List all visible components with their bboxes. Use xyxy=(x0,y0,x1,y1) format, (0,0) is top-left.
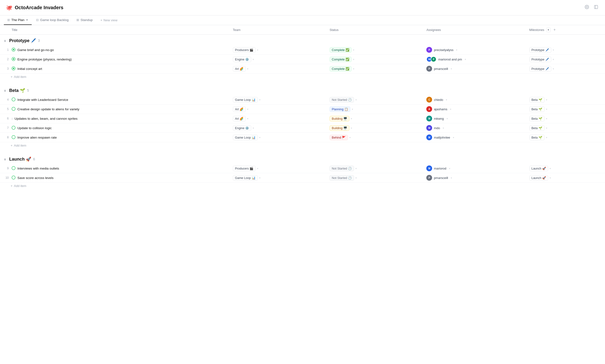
milestone-dropdown-icon: ▾ xyxy=(550,177,551,179)
status-pill[interactable]: Planning 📋 xyxy=(330,106,350,112)
team-cell: Engine ⚙️ ▾ xyxy=(230,55,327,64)
milestone-pill[interactable]: Beta 🌱 xyxy=(529,116,544,121)
team-pill[interactable]: Engine ⚙️ xyxy=(233,125,251,131)
add-item-row-launch[interactable]: + Add item xyxy=(0,182,605,192)
row-num-cell: 5 Creative design update to aliens for v… xyxy=(0,104,230,114)
status-pill[interactable]: Not Started 🕐 xyxy=(330,97,354,103)
row-number: 1 xyxy=(3,48,11,52)
task-title: Improve alien respawn rate xyxy=(17,136,57,139)
status-dropdown-icon: ▾ xyxy=(355,177,357,179)
status-cell: Complete ✅ ▾ xyxy=(327,64,424,74)
team-dropdown-icon: ▾ xyxy=(259,98,260,101)
milestone-pill[interactable]: Beta 🌱 xyxy=(529,97,544,103)
status-cell: Building 🖥️ ▾ xyxy=(327,114,424,123)
status-pill[interactable]: Complete ✅ xyxy=(330,57,352,62)
team-pill[interactable]: Game Loop 📊 xyxy=(233,175,258,181)
team-pill[interactable]: Producers 🎬 xyxy=(233,47,256,53)
milestone-dropdown-icon: ▾ xyxy=(553,58,554,61)
row-number: 4 xyxy=(3,98,11,101)
status-icon-circle-open xyxy=(12,135,15,139)
milestone-pill[interactable]: Prototype 🖊️ xyxy=(529,47,551,53)
svg-point-13 xyxy=(12,166,15,170)
avatar: P xyxy=(426,66,432,72)
team-pill[interactable]: Art 🌈 xyxy=(233,66,246,72)
avatar-group: MP xyxy=(426,56,437,62)
app-title: 🐙 OctoArcade Invaders xyxy=(6,5,63,11)
milestone-pill[interactable]: Launch 🚀 xyxy=(529,166,548,171)
status-pill[interactable]: Not Started 🕐 xyxy=(330,175,354,181)
status-icon xyxy=(12,107,15,112)
col-header-milestones: Milestones ▾ + xyxy=(527,25,605,35)
group-toggle-prototype[interactable]: ∨ xyxy=(3,39,7,43)
status-cell: Complete ✅ ▾ xyxy=(327,45,424,55)
status-pill[interactable]: Not Started 🕐 xyxy=(330,166,354,171)
tab-plan-dropdown[interactable]: ▾ xyxy=(26,18,28,22)
header-actions xyxy=(584,4,599,11)
status-pill[interactable]: Behind 🚩 xyxy=(330,135,348,140)
assignee-group: A ajashams ▾ xyxy=(426,106,523,112)
milestone-pill[interactable]: Prototype 🖊️ xyxy=(529,66,551,72)
task-title: Updates to alien, beam, and cannon sprit… xyxy=(14,117,77,120)
table-row: 2 Engine prototype (physics, rendering) … xyxy=(0,55,605,64)
tab-new-view[interactable]: + New view xyxy=(97,16,121,25)
status-pill[interactable]: Building 🖥️ xyxy=(330,125,349,131)
tab-the-plan[interactable]: ⊞ The Plan ▾ xyxy=(4,15,32,25)
milestone-pill[interactable]: Beta 🌱 xyxy=(529,135,544,140)
status-pill[interactable]: Complete ✅ xyxy=(330,66,352,72)
status-icon xyxy=(12,57,15,62)
milestone-dropdown-icon: ▾ xyxy=(546,117,547,120)
milestones-sort-button[interactable]: ▾ xyxy=(546,27,551,32)
assignee-name: ajashams xyxy=(434,107,447,111)
assignee-group: P preciselyalyss ▾ xyxy=(426,47,523,53)
assignee-group: M mkwng ▾ xyxy=(426,116,523,121)
assignee-name: mariorod xyxy=(434,167,446,170)
team-pill[interactable]: Art 🌈 xyxy=(233,106,246,112)
row-number: 5 xyxy=(3,107,11,111)
table-body: ∨ Prototype 🖊️ 3 1 Game brief and go-no-… xyxy=(0,35,605,192)
milestone-cell: Prototype 🖊️ ▾ xyxy=(527,55,605,64)
tab-game-loop-backlog[interactable]: ⊟ Game loop Backlog xyxy=(33,16,72,25)
group-toggle-beta[interactable]: ∨ xyxy=(3,88,7,93)
assignees-cell: C chiedo ▾ xyxy=(424,95,526,104)
milestone-pill[interactable]: Launch 🚀 xyxy=(529,175,548,181)
assignees-cell: M mattjohnlee ▾ xyxy=(424,133,526,142)
milestone-cell: Beta 🌱 ▾ xyxy=(527,114,605,123)
avatar: P xyxy=(431,56,437,62)
add-column-button[interactable]: + xyxy=(553,27,557,32)
tab-standup[interactable]: ⊠ Standup xyxy=(73,16,96,25)
settings-button[interactable] xyxy=(584,4,590,11)
milestone-dropdown-icon: ▾ xyxy=(546,108,547,111)
row-number: 7 xyxy=(3,126,11,130)
avatar: C xyxy=(426,97,432,103)
group-toggle-launch[interactable]: ∨ xyxy=(3,157,7,162)
team-pill[interactable]: Game Loop 📊 xyxy=(233,97,258,103)
assignees-cell: A ajashams ▾ xyxy=(424,104,526,114)
col-header-status: Status xyxy=(327,25,424,35)
add-item-row-beta[interactable]: + Add item xyxy=(0,142,605,151)
team-pill[interactable]: Art 🌈 xyxy=(233,116,246,121)
table-row: 4 Integrate with Leaderboard Service Gam… xyxy=(0,95,605,104)
team-pill[interactable]: Producers 🎬 xyxy=(233,166,256,171)
milestone-pill[interactable]: Beta 🌱 xyxy=(529,125,544,131)
status-dropdown-icon: ▾ xyxy=(352,108,353,111)
tab-standup-icon: ⊠ xyxy=(77,18,79,22)
status-pill[interactable]: Building 🖥️ xyxy=(330,116,349,121)
group-name-beta: Beta 🌱 xyxy=(9,88,25,93)
svg-point-12 xyxy=(12,135,15,139)
layout-button[interactable] xyxy=(593,4,599,11)
milestone-pill[interactable]: Prototype 🖊️ xyxy=(529,57,551,62)
tab-standup-label: Standup xyxy=(80,18,93,22)
milestone-dropdown-icon: ▾ xyxy=(546,98,547,101)
tab-backlog-label: Game loop Backlog xyxy=(40,18,69,22)
main-table: Title Team Status Assignees Milestones ▾… xyxy=(0,25,605,192)
add-item-row-prototype[interactable]: + Add item xyxy=(0,74,605,83)
status-pill[interactable]: Complete ✅ xyxy=(330,47,352,53)
assignee-group: M mattjohnlee ▾ xyxy=(426,134,523,140)
team-dropdown-icon: ▾ xyxy=(247,108,248,111)
milestone-dropdown-icon: ▾ xyxy=(553,67,554,70)
team-pill[interactable]: Engine ⚙️ xyxy=(233,57,251,62)
team-pill[interactable]: Game Loop 📊 xyxy=(233,135,258,140)
assignee-name: mariorod and pm xyxy=(438,58,462,61)
milestone-pill[interactable]: Beta 🌱 xyxy=(529,106,544,112)
team-cell: Producers 🎬 ▾ xyxy=(230,45,327,55)
